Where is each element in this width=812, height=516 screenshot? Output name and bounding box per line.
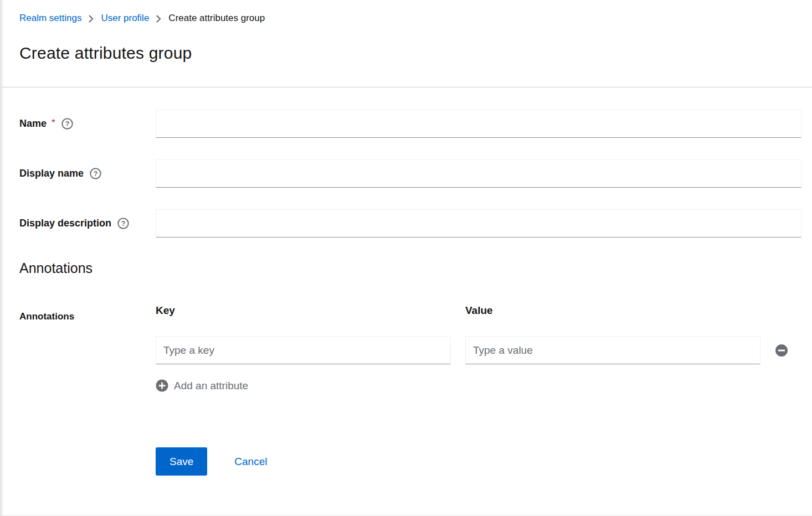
display-description-label-cell: Display description ? — [19, 218, 156, 229]
cancel-link[interactable]: Cancel — [234, 456, 267, 468]
chevron-right-icon — [156, 15, 161, 23]
required-asterisk: * — [52, 117, 55, 128]
display-description-input[interactable] — [156, 209, 801, 238]
annotation-value-input[interactable] — [465, 336, 760, 364]
create-attributes-group-form: Name * ? Display name ? Display descript… — [0, 87, 812, 476]
display-name-label-cell: Display name ? — [19, 168, 156, 179]
save-button[interactable]: Save — [156, 447, 207, 476]
annotations-field-row: Annotations Key Value Ad — [19, 304, 801, 392]
display-description-label: Display description — [19, 218, 111, 229]
name-label-cell: Name * ? — [19, 118, 156, 130]
add-attribute-button[interactable]: Add an attribute — [156, 379, 248, 392]
svg-text:?: ? — [94, 170, 98, 178]
key-value-headers: Key Value — [156, 304, 801, 317]
form-row-display-description: Display description ? — [19, 209, 801, 238]
display-name-input[interactable] — [156, 159, 801, 188]
breadcrumb-current: Create attributes group — [168, 12, 265, 24]
svg-text:?: ? — [121, 220, 126, 228]
svg-text:?: ? — [65, 120, 69, 128]
annotations-key-value-area: Key Value Add an attribute — [156, 304, 801, 392]
page-title: Create attributes group — [19, 43, 793, 63]
minus-circle-icon — [775, 344, 788, 357]
add-attribute-label: Add an attribute — [174, 380, 248, 392]
annotation-key-input[interactable] — [156, 336, 451, 364]
annotation-entry-row — [156, 336, 801, 364]
name-input[interactable] — [156, 110, 801, 138]
breadcrumb: Realm settings User profile Create attri… — [19, 12, 793, 24]
help-icon[interactable]: ? — [117, 218, 129, 229]
value-column-header: Value — [465, 304, 760, 317]
breadcrumb-link-user-profile[interactable]: User profile — [101, 12, 149, 24]
help-icon[interactable]: ? — [61, 118, 73, 130]
annotations-section-title: Annotations — [19, 259, 801, 277]
display-name-label: Display name — [19, 168, 84, 179]
remove-annotation-button[interactable] — [775, 344, 801, 357]
help-icon[interactable]: ? — [90, 168, 101, 179]
form-actions-row: Save Cancel — [19, 447, 801, 476]
name-label: Name — [19, 118, 47, 130]
form-row-name: Name * ? — [19, 110, 801, 138]
page-left-shadow — [0, 0, 4, 516]
key-column-header: Key — [156, 304, 451, 317]
breadcrumb-link-realm-settings[interactable]: Realm settings — [19, 12, 81, 24]
annotations-label: Annotations — [19, 304, 156, 322]
form-actions: Save Cancel — [156, 447, 801, 476]
chevron-right-icon — [89, 15, 94, 23]
page-header: Realm settings User profile Create attri… — [0, 0, 812, 87]
form-row-display-name: Display name ? — [19, 159, 801, 188]
plus-circle-icon — [156, 379, 168, 392]
